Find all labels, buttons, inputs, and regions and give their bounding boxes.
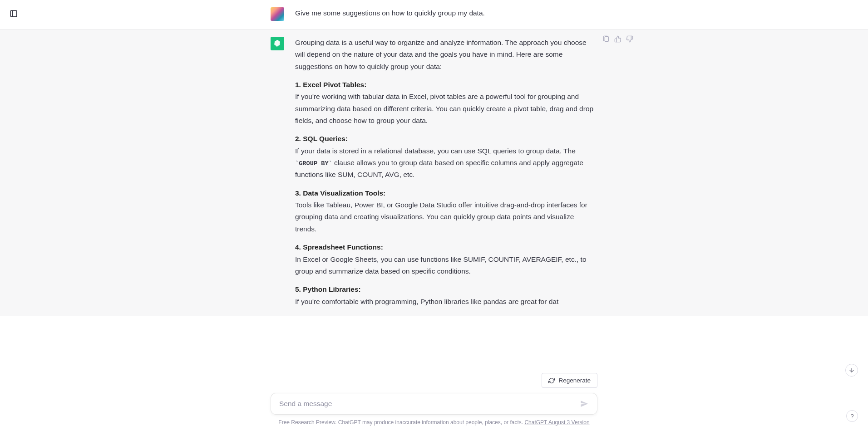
regenerate-button[interactable]: Regenerate xyxy=(542,373,597,388)
point-body: Tools like Tableau, Power BI, or Google … xyxy=(295,201,587,233)
send-button[interactable] xyxy=(578,397,591,410)
svg-rect-2 xyxy=(605,37,608,42)
arrow-down-icon xyxy=(848,367,855,373)
point-title: 4. Spreadsheet Functions: xyxy=(295,243,383,251)
copy-icon[interactable] xyxy=(602,35,610,43)
user-avatar xyxy=(271,7,284,21)
assistant-point-1: 1. Excel Pivot Tables: If you're working… xyxy=(295,79,597,127)
regenerate-label: Regenerate xyxy=(558,377,591,384)
point-code: `GROUP BY` xyxy=(295,160,332,167)
assistant-point-4: 4. Spreadsheet Functions: In Excel or Go… xyxy=(295,241,597,277)
svg-rect-0 xyxy=(10,10,17,17)
composer-area: Regenerate Free Research Preview. ChatGP… xyxy=(0,388,868,431)
point-body: If you're comfortable with programming, … xyxy=(295,298,558,305)
help-button[interactable]: ? xyxy=(846,410,858,422)
assistant-point-3: 3. Data Visualization Tools: Tools like … xyxy=(295,187,597,235)
send-icon xyxy=(580,400,588,408)
assistant-point-5: 5. Python Libraries: If you're comfortab… xyxy=(295,284,597,308)
assistant-turn: Grouping data is a useful way to organiz… xyxy=(0,29,868,316)
user-turn: Give me some suggestions on how to quick… xyxy=(0,0,868,29)
point-body: If you're working with tabular data in E… xyxy=(295,93,593,124)
point-title: 1. Excel Pivot Tables: xyxy=(295,81,366,88)
point-title: 5. Python Libraries: xyxy=(295,285,361,293)
footer-text: Free Research Preview. ChatGPT may produ… xyxy=(278,419,524,426)
toggle-sidebar-button[interactable] xyxy=(9,9,18,18)
message-input[interactable] xyxy=(279,400,573,408)
message-input-box xyxy=(271,393,597,415)
footer-version-link[interactable]: ChatGPT August 3 Version xyxy=(524,419,589,426)
point-body: In Excel or Google Sheets, you can use f… xyxy=(295,255,587,275)
conversation-scroll[interactable]: Give me some suggestions on how to quick… xyxy=(0,0,868,388)
assistant-message: Grouping data is a useful way to organiz… xyxy=(295,37,597,308)
scroll-to-bottom-button[interactable] xyxy=(845,364,858,377)
assistant-intro: Grouping data is a useful way to organiz… xyxy=(295,37,597,73)
footer-disclaimer: Free Research Preview. ChatGPT may produ… xyxy=(271,415,597,431)
message-actions xyxy=(602,35,634,43)
point-body-pre: If your data is stored in a relational d… xyxy=(295,147,576,155)
point-title: 2. SQL Queries: xyxy=(295,135,348,142)
user-message: Give me some suggestions on how to quick… xyxy=(295,7,597,21)
point-body-post: clause allows you to group data based on… xyxy=(295,159,583,178)
refresh-icon xyxy=(548,377,555,384)
assistant-point-2: 2. SQL Queries: If your data is stored i… xyxy=(295,133,597,181)
thumbs-up-icon[interactable] xyxy=(614,35,622,43)
user-message-text: Give me some suggestions on how to quick… xyxy=(295,7,597,19)
thumbs-down-icon[interactable] xyxy=(626,35,634,43)
assistant-avatar xyxy=(271,37,284,50)
chat-main: Give me some suggestions on how to quick… xyxy=(0,0,868,431)
help-icon: ? xyxy=(850,413,853,420)
point-title: 3. Data Visualization Tools: xyxy=(295,189,385,197)
